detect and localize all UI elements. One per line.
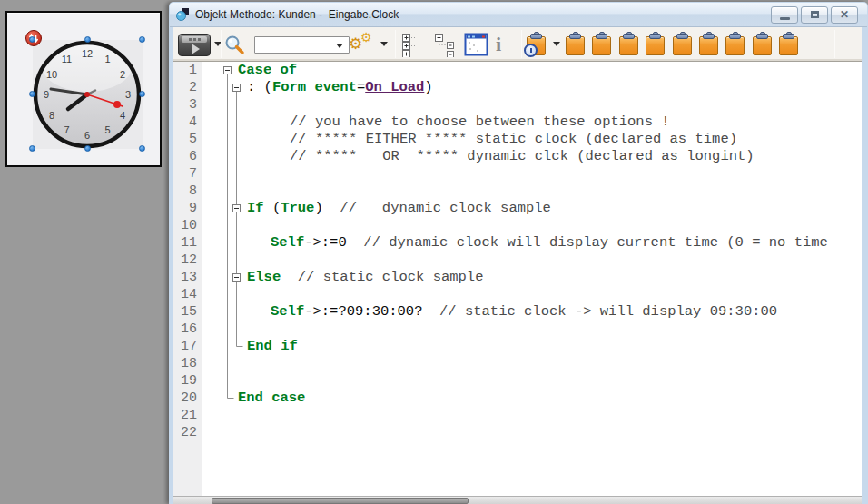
code-line-11[interactable]: Self->:=0 // dynamic clock will display … [271,234,828,252]
line-number: 15 [181,303,197,321]
code-token: ->:=?09:30:00? [304,303,422,320]
clock-number: 6 [84,130,90,141]
line-number: 19 [181,372,197,390]
line-number: 2 [189,79,197,96]
clock-center-dot [84,92,90,97]
code-line-20[interactable]: End case [238,390,305,407]
selection-handle-5[interactable] [139,91,145,97]
line-number: 12 [181,252,197,269]
code-area[interactable]: Case of: (Form event=On Load)// you have… [202,62,862,496]
code-token: Form event [272,79,357,95]
code-token: = [357,79,365,95]
macro-window-icon[interactable] [464,33,488,56]
selection-handle-8[interactable] [139,145,145,152]
fold-toggle[interactable] [232,204,241,212]
clipboard-slot-button-8[interactable] [753,32,772,56]
code-token: // you have to choose between these opti… [290,114,670,130]
code-token: : ( [247,79,272,95]
fold-tree-line [228,74,234,399]
gears-dropdown-arrow[interactable] [380,42,388,46]
info-icon[interactable]: i [496,33,501,56]
window-title: Objekt Methode: Kunden - Eingabe.Clock [195,8,771,21]
code-token: Else [247,269,281,285]
selection-handle-6[interactable] [29,145,35,152]
selection-handle-1[interactable] [29,36,35,43]
line-number: 22 [181,424,197,441]
code-line-15[interactable]: Self->:=?09:30:00? // static clock -> wi… [271,303,777,321]
clipboard-slot-button-4[interactable] [646,32,665,56]
clock-number: 2 [120,69,125,80]
clipboard-slot-button-2[interactable] [592,32,611,56]
clipboard-history-button[interactable] [527,32,546,56]
clock-number: 10 [46,69,57,80]
second-hand-ball [113,101,121,108]
code-line-4[interactable]: // you have to choose between these opti… [290,114,670,131]
clipboard-slot-button-6[interactable] [699,32,718,56]
selection-handle-7[interactable] [84,145,91,152]
expand-all-icon[interactable] [401,33,427,57]
method-editor-window[interactable]: Objekt Methode: Kunden - Eingabe.Clock ✕ [169,2,868,504]
clock-number: 7 [64,124,69,135]
combo-dropdown-arrow[interactable] [336,44,343,48]
clipboard-slot-button-1[interactable] [566,32,585,56]
code-token: Self [271,234,304,251]
clipboard-slot-button-9[interactable] [779,32,798,56]
toolbar-separator [395,30,396,58]
minimize-button[interactable] [771,6,798,24]
line-number: 9 [189,200,197,217]
object-method-window-icon [175,7,190,22]
line-number: 13 [181,269,197,286]
code-line-1[interactable]: Case of [238,62,297,79]
run-method-button[interactable] [178,34,211,56]
code-line-9[interactable]: If (True) // dynamic clock sample [247,200,551,217]
clock-number: 3 [125,89,131,100]
fold-toggle[interactable] [223,66,232,74]
fold-toggle[interactable] [232,84,241,92]
code-token: End case [238,390,305,406]
clipboard-slot-button-7[interactable] [725,32,745,56]
selection-handle-4[interactable] [29,91,35,97]
code-line-2[interactable]: : (Form event=On Load) [247,79,433,96]
restore-button[interactable] [801,6,828,24]
toolbar-separator [521,30,522,58]
clock-number: 1 [104,54,110,64]
line-number: 7 [189,165,197,183]
clock-number: 8 [49,110,54,121]
search-input[interactable] [257,38,334,52]
selection-handle-3[interactable] [139,36,145,43]
toolbar-separator [834,30,835,58]
clipboard-slot-button-3[interactable] [619,32,638,56]
scrollbar-thumb[interactable] [212,498,469,504]
toolbar: ⚙⚙ [173,27,862,62]
code-line-13[interactable]: Else // static clock sample [247,269,483,286]
minimize-icon [780,17,790,20]
line-number: 21 [181,407,197,424]
clock-number: 5 [104,124,110,135]
toolbar-separator [221,30,222,58]
close-icon: ✕ [840,9,849,20]
code-token: True [281,200,314,216]
horizontal-scrollbar[interactable] [173,496,862,504]
search-icon [224,35,246,55]
code-token: ->:=0 [304,234,347,251]
selection-handle-2[interactable] [84,36,91,43]
fold-toggle[interactable] [232,273,241,282]
method-settings-gears-icon[interactable]: ⚙⚙ [349,33,380,56]
desktop: { "titlebar": { "title": "Objekt Methode… [0,0,868,504]
code-line-17[interactable]: End if [247,338,298,355]
clipboard-slot-button-5[interactable] [673,32,692,56]
line-number: 8 [189,183,197,200]
code-token: End if [247,338,298,354]
collapse-all-icon[interactable] [434,33,459,57]
form-editor-panel: 123456789101112 [5,11,162,167]
code-line-6[interactable]: // ***** OR ***** dynamic clck (declared… [290,148,755,165]
titlebar[interactable]: Objekt Methode: Kunden - Eingabe.Clock ✕ [170,3,867,27]
close-button[interactable]: ✕ [831,6,858,24]
search-combobox[interactable] [254,36,350,54]
restore-icon [811,11,819,18]
line-number: 4 [189,114,197,131]
clipboard-dropdown-arrow[interactable] [553,42,560,46]
code-line-5[interactable]: // ***** EITHER ***** static clock (decl… [290,131,737,148]
clock-number: 9 [44,89,49,100]
code-token: If [247,200,264,216]
